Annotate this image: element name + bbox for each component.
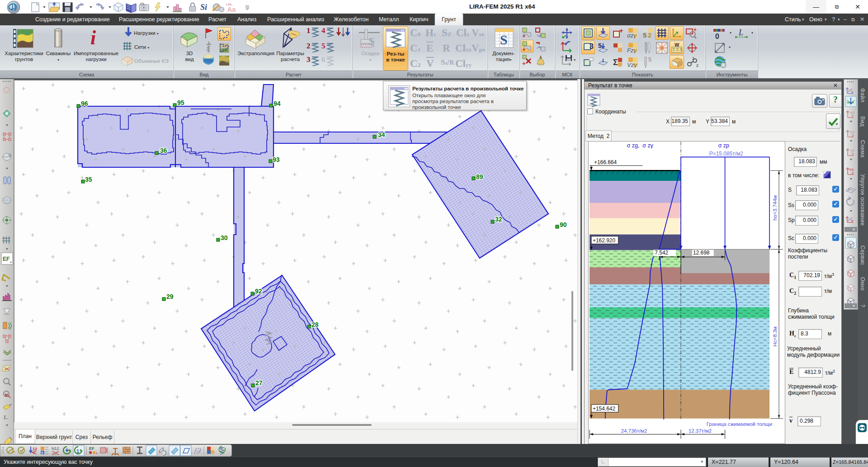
svg-text:σ zp: σ zp [718, 142, 729, 149]
svg-text:96: 96 [81, 100, 88, 107]
svg-text:7.542: 7.542 [655, 250, 668, 256]
svg-text:3: 3 [590, 42, 594, 50]
svg-text:Σ: Σ [613, 58, 618, 67]
svg-text:XY: XY [850, 130, 855, 134]
svg-text:+: + [693, 27, 697, 33]
svg-text:L.: L. [3, 414, 8, 420]
svg-text:Fzγ: Fzγ [627, 47, 637, 53]
svg-text:+166.664: +166.664 [594, 159, 617, 165]
svg-text:W: W [675, 42, 679, 47]
svg-text:2: 2 [648, 31, 651, 38]
svg-text:σzγ: σzγ [627, 32, 637, 38]
svg-text:12.698: 12.698 [693, 250, 710, 256]
svg-text:29: 29 [166, 293, 174, 300]
svg-text:1: 1 [76, 448, 79, 454]
svg-text:+162.920: +162.920 [593, 237, 615, 244]
svg-text:34: 34 [378, 131, 385, 138]
svg-text:Hс=8.3м: Hс=8.3м [772, 326, 778, 347]
svg-text:Aa: Aa [227, 5, 236, 13]
svg-text:L: L [738, 28, 743, 37]
svg-text:+: + [522, 60, 526, 66]
svg-text:95: 95 [177, 99, 184, 106]
svg-text:1.2: 1.2 [52, 452, 57, 456]
svg-text:89: 89 [476, 173, 483, 180]
svg-text:P=15.085т/м2: P=15.085т/м2 [709, 151, 743, 157]
svg-text:27: 27 [255, 379, 263, 387]
svg-text:92: 92 [255, 288, 262, 295]
svg-text:σ zg, σ zγ: σ zg, σ zγ [627, 142, 654, 149]
svg-text:Vzγ: Vzγ [627, 61, 637, 68]
svg-text:24.736т/м2: 24.736т/м2 [621, 428, 647, 434]
svg-text:+: + [95, 451, 98, 456]
svg-text:30: 30 [221, 234, 228, 241]
svg-text:YZ: YZ [850, 149, 854, 153]
svg-text:32: 32 [495, 216, 502, 223]
svg-text:N12: N12 [52, 446, 59, 451]
svg-text:S: S [500, 32, 508, 47]
svg-text:5: 5 [643, 31, 646, 38]
svg-text:XZ: XZ [850, 111, 854, 115]
svg-text:Граница сжимаемой толщи: Граница сжимаемой толщи [707, 421, 772, 427]
svg-text:0: 0 [715, 33, 719, 40]
svg-text:35: 35 [85, 176, 92, 183]
svg-text:ho=3.744м: ho=3.744м [772, 195, 778, 221]
svg-text:94: 94 [274, 100, 281, 107]
svg-text:12.37т/м2: 12.37т/м2 [689, 428, 712, 434]
svg-text:28: 28 [311, 321, 319, 328]
svg-text:5: 5 [598, 42, 602, 49]
svg-text:EF: EF [3, 256, 9, 262]
svg-text:90: 90 [560, 221, 567, 228]
svg-text:Si: Si [200, 3, 207, 12]
svg-text:B: B [41, 451, 43, 454]
svg-text:EF: EF [89, 446, 94, 451]
svg-text:12: 12 [33, 447, 37, 451]
svg-text:5: 5 [648, 56, 651, 63]
svg-text:YX: YX [849, 168, 854, 172]
svg-text:2: 2 [696, 63, 698, 68]
svg-text:+154.642: +154.642 [593, 406, 615, 412]
svg-text:+: + [619, 28, 623, 34]
svg-text:36: 36 [160, 147, 167, 154]
svg-text:1: 1 [692, 57, 694, 61]
svg-text:93: 93 [273, 156, 280, 163]
